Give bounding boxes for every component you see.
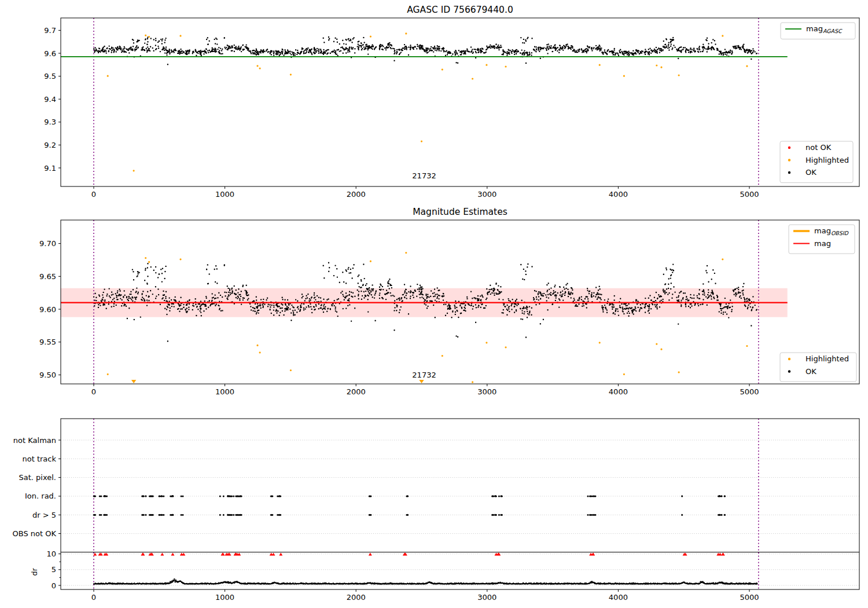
x-tick-label: 2000 xyxy=(347,593,366,602)
flag-label: Sat. pixel. xyxy=(19,473,56,482)
agasc-panel: 0100020003000400050009.19.29.39.49.59.69… xyxy=(44,5,859,199)
legend-marker-sample xyxy=(788,358,790,360)
magnitude-panel: 0100020003000400050009.509.559.609.659.7… xyxy=(39,207,859,396)
x-tick-label: 3000 xyxy=(477,387,496,396)
y-tick-label: 9.7 xyxy=(44,26,56,35)
x-tick-label: 4000 xyxy=(609,387,628,396)
flag-label: not Kalman xyxy=(13,436,56,445)
x-tick-label: 5000 xyxy=(740,190,759,199)
legend-marker-sample xyxy=(788,159,790,161)
legend-marker-sample xyxy=(788,171,790,174)
y-tick-label: 9.55 xyxy=(39,338,56,346)
status-legend: HighlightedOK xyxy=(780,353,856,382)
dr-tick-label: 10 xyxy=(46,550,56,558)
mag-agasc-legend: magAGASC xyxy=(781,23,855,39)
x-tick-label: 3000 xyxy=(477,593,496,602)
legend-label: not OK xyxy=(806,143,832,152)
flags-panel: not Kalmannot trackSat. pixel.Ion. rad.d… xyxy=(13,419,860,602)
legend-label: OK xyxy=(806,367,816,376)
axes-frame xyxy=(61,419,859,589)
y-tick-label: 9.5 xyxy=(44,72,56,80)
x-tick-label: 5000 xyxy=(740,593,759,602)
obsid-annotation: 21732 xyxy=(412,171,436,180)
y-tick-label: 9.1 xyxy=(44,164,56,173)
x-tick-label: 2000 xyxy=(347,387,366,396)
x-tick-label: 1000 xyxy=(215,593,234,602)
flag-label: not track xyxy=(22,455,56,463)
y-tick-label: 9.3 xyxy=(44,118,56,126)
x-tick-label: 0 xyxy=(91,387,96,396)
dr-trace xyxy=(94,579,757,584)
legend-label: mag xyxy=(814,239,831,248)
highlighted-points xyxy=(108,253,747,382)
y-tick-label: 9.65 xyxy=(39,272,56,281)
x-tick-label: 0 xyxy=(91,190,96,199)
y-tick-label: 9.70 xyxy=(39,239,56,248)
flag-label: dr > 5 xyxy=(32,511,56,519)
legend-label: Highlighted xyxy=(806,354,849,363)
plots-svg: 0100020003000400050009.19.29.39.49.59.69… xyxy=(0,0,868,608)
x-tick-label: 4000 xyxy=(609,593,628,602)
x-tick-label: 3000 xyxy=(477,190,496,199)
legend-marker-sample xyxy=(788,370,790,372)
ok-points xyxy=(94,37,757,64)
y-tick-label: 9.4 xyxy=(44,95,56,104)
axes-frame xyxy=(61,18,859,186)
flag-label: Ion. rad. xyxy=(25,492,56,500)
mag-lines-legend: magOBSIDmag xyxy=(789,225,855,254)
x-tick-label: 5000 xyxy=(740,387,759,396)
x-tick-label: 1000 xyxy=(215,190,234,199)
x-tick-label: 1000 xyxy=(215,387,234,396)
panel-title: AGASC ID 756679440.0 xyxy=(407,5,513,15)
x-tick-label: 0 xyxy=(91,593,96,602)
obsid-annotation: 21732 xyxy=(412,371,436,379)
y-tick-label: 9.6 xyxy=(44,49,56,58)
figure: 0100020003000400050009.19.29.39.49.59.69… xyxy=(0,0,868,608)
dr-tick-label: 0 xyxy=(52,581,56,590)
dr-axis-label: dr xyxy=(30,567,39,576)
dr-tick-label: 5 xyxy=(52,565,56,574)
legend-marker-sample xyxy=(788,146,790,149)
y-tick-label: 9.2 xyxy=(44,141,56,149)
x-tick-label: 4000 xyxy=(609,190,628,199)
panel-title: Magnitude Estimates xyxy=(413,207,507,217)
x-tick-label: 2000 xyxy=(347,190,366,199)
flag-label: OBS not OK xyxy=(13,529,57,538)
y-tick-label: 9.50 xyxy=(39,371,56,379)
dr-clipped-points xyxy=(93,553,725,556)
y-tick-label: 9.60 xyxy=(39,305,56,314)
legend-label: OK xyxy=(806,168,816,177)
clipped-low-markers xyxy=(131,380,424,383)
status-legend: not OKHighlightedOK xyxy=(780,141,853,183)
legend-label: Highlighted xyxy=(806,156,849,164)
